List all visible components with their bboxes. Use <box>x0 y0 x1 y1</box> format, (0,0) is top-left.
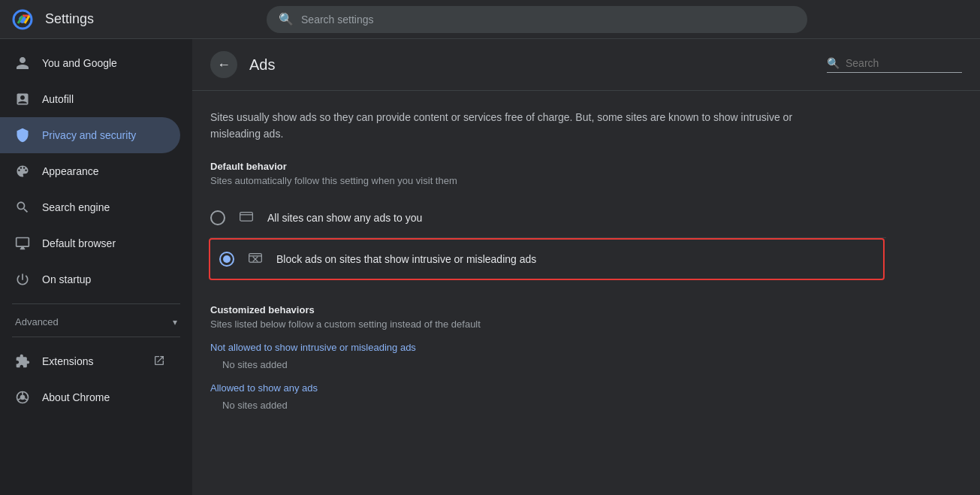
content-body: Sites usually show ads so they can provi… <box>192 91 980 441</box>
customized-title: Customized behaviors <box>210 304 886 315</box>
sidebar-item-on-startup[interactable]: On startup <box>0 261 180 297</box>
sidebar-item-you-google[interactable]: You and Google <box>0 45 180 81</box>
not-allowed-empty: No sites added <box>210 359 886 370</box>
svg-line-6 <box>25 399 28 400</box>
content-description: Sites usually show ads so they can provi… <box>210 109 811 143</box>
content-search-input[interactable] <box>846 57 962 69</box>
sidebar-label-about-chrome: About Chrome <box>42 391 165 403</box>
content-search-icon: 🔍 <box>827 57 840 69</box>
chevron-down-icon: ▾ <box>173 317 177 327</box>
monitor-icon <box>15 236 30 251</box>
sidebar-item-extensions[interactable]: Extensions <box>0 343 180 379</box>
sidebar-item-autofill[interactable]: Autofill <box>0 81 180 117</box>
block-ads-icon <box>246 250 264 268</box>
option-block-intrusive[interactable]: Block ads on sites that show intrusive o… <box>209 238 885 280</box>
external-link-icon <box>153 355 165 369</box>
sidebar-label-appearance: Appearance <box>42 165 165 177</box>
sidebar-label-on-startup: On startup <box>42 273 165 285</box>
option-block-intrusive-label: Block ads on sites that show intrusive o… <box>276 253 536 265</box>
autofill-icon <box>15 92 30 107</box>
sidebar-divider <box>12 303 180 304</box>
sidebar-item-search-engine[interactable]: Search engine <box>0 189 180 225</box>
sidebar-label-search-engine: Search engine <box>42 201 165 213</box>
sidebar-advanced-header[interactable]: Advanced ▾ <box>0 310 192 331</box>
content-title: Ads <box>249 56 815 74</box>
back-button[interactable]: ← <box>210 51 237 78</box>
svg-line-5 <box>17 399 20 400</box>
page-title: Settings <box>45 11 94 27</box>
sidebar-label-you-google: You and Google <box>42 57 165 69</box>
sidebar-divider-2 <box>12 337 180 337</box>
puzzle-icon <box>15 354 30 369</box>
not-allowed-title: Not allowed to show intrusive or mislead… <box>210 342 886 353</box>
content-area: ← Ads 🔍 Sites usually show ads so they c… <box>192 39 980 495</box>
global-search-input[interactable] <box>301 14 795 26</box>
customized-behaviors-section: Customized behaviors Sites listed below … <box>210 304 886 411</box>
shield-icon <box>15 128 30 143</box>
person-icon <box>15 56 30 71</box>
customized-subtitle: Sites listed below follow a custom setti… <box>210 318 886 330</box>
search-icon: 🔍 <box>279 12 294 26</box>
palette-icon <box>15 164 30 179</box>
sidebar-label-extensions: Extensions <box>42 355 141 367</box>
sidebar-item-default-browser[interactable]: Default browser <box>0 225 180 261</box>
content-header: ← Ads 🔍 <box>192 39 980 91</box>
sidebar: You and Google Autofill Privacy and secu… <box>0 39 192 495</box>
browser-icon <box>237 209 255 227</box>
top-bar: Settings 🔍 <box>0 0 980 39</box>
sidebar-label-autofill: Autofill <box>42 93 165 105</box>
sidebar-item-about-chrome[interactable]: About Chrome <box>0 379 180 415</box>
option-allow-all[interactable]: All sites can show any ads to you <box>210 198 886 238</box>
svg-rect-7 <box>240 212 253 221</box>
global-search-bar[interactable]: 🔍 <box>267 6 807 33</box>
sidebar-label-default-browser: Default browser <box>42 237 165 249</box>
option-allow-all-label: All sites can show any ads to you <box>267 212 422 224</box>
default-behavior-section: Default behavior Sites automatically fol… <box>210 161 962 280</box>
radio-block-intrusive[interactable] <box>219 252 234 267</box>
chrome-logo-icon <box>12 9 33 30</box>
svg-point-3 <box>20 395 26 400</box>
chrome-icon <box>15 390 30 405</box>
search-icon <box>15 200 30 215</box>
allowed-title: Allowed to show any ads <box>210 382 886 394</box>
content-search-bar[interactable]: 🔍 <box>827 57 962 73</box>
sidebar-label-privacy-security: Privacy and security <box>42 129 165 141</box>
advanced-label: Advanced <box>15 316 59 327</box>
svg-rect-9 <box>249 253 262 262</box>
default-behavior-title: Default behavior <box>210 161 962 172</box>
power-icon <box>15 272 30 287</box>
default-behavior-subtitle: Sites automatically follow this setting … <box>210 175 962 186</box>
radio-allow-all[interactable] <box>210 210 225 225</box>
sidebar-item-privacy-security[interactable]: Privacy and security <box>0 117 180 153</box>
sidebar-item-appearance[interactable]: Appearance <box>0 153 180 189</box>
allowed-empty: No sites added <box>210 400 886 411</box>
main-layout: You and Google Autofill Privacy and secu… <box>0 39 980 495</box>
